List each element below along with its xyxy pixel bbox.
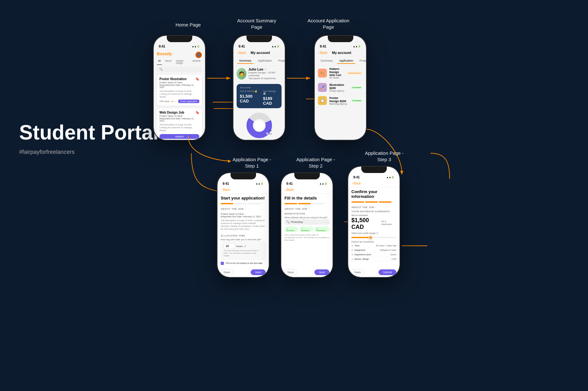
- step3-factors: Factors we considered Time 30 hours + ba…: [351, 241, 396, 261]
- step1-desc: Job Description & scope of work: Looking…: [221, 219, 266, 230]
- step3-notch: [361, 167, 387, 173]
- acc-app-back[interactable]: ‹ Back: [319, 51, 327, 55]
- app-name-2: Illustration $200: [329, 83, 348, 90]
- app-org-3: Marketing Agency: [329, 103, 348, 105]
- step2-time: 9:41: [286, 182, 293, 185]
- svg-text:Earned: Earned: [269, 130, 272, 132]
- step3-save-btn[interactable]: Save: [351, 269, 364, 275]
- step1-content: Start your application! ABOUT THE JOB › …: [217, 194, 269, 277]
- summary-back[interactable]: ‹ Back: [237, 51, 246, 55]
- step1-hours-unit: hours: [236, 245, 243, 248]
- svg-marker-8: [306, 77, 311, 80]
- app-info-3: Poster Design $200 Marketing Agency: [329, 96, 348, 105]
- acc-app-tab-summary[interactable]: Summary: [319, 58, 335, 64]
- label-account-summary: Account SummaryPage: [233, 18, 281, 30]
- profile-section: 🧑 Julie Lee ✓ Graphic Design · OCAD Univ…: [233, 65, 285, 82]
- step2-nav: ‹ Back: [281, 187, 333, 194]
- job2-desc: Job Description & scope of work: Looking…: [159, 123, 199, 132]
- step3-status-icons: ▲▲🔋: [386, 176, 394, 179]
- verified-badge: ✓: [264, 68, 267, 71]
- app-badge-1: Under Review: [346, 71, 363, 75]
- label-account-application: Account ApplicationPage: [303, 18, 354, 30]
- home-brand: Bossify: [157, 51, 172, 56]
- factor-dot-2: [351, 249, 353, 251]
- summary-tabs: Summary Application Project: [233, 57, 285, 65]
- step2-bottom-btns: Save Next: [284, 269, 329, 275]
- step2-sw-question: What software will you be using for the …: [284, 216, 329, 219]
- acc-app-tab-project[interactable]: Project: [358, 58, 366, 64]
- step1-hours-input[interactable]: 30: [224, 243, 235, 249]
- factor-bonus: Bonus: ratings 4.5/5: [351, 257, 396, 261]
- job1-progress-label: 25% done: [159, 100, 170, 102]
- job2-due: Requested Due Date: February 12, 2021: [159, 117, 199, 122]
- app-price-1: $500 CAD: [329, 74, 344, 77]
- bookmark-icon-1[interactable]: 🔖: [195, 77, 199, 81]
- home-avatar: 👤: [195, 52, 202, 58]
- finish-btn[interactable]: Finish application: [178, 100, 199, 103]
- svg-point-3: [254, 121, 264, 130]
- step1-checkbox[interactable]: ✓: [221, 262, 224, 265]
- step3-back[interactable]: ‹ Back: [352, 182, 361, 185]
- summary-nav: ‹ Back My account: [233, 49, 285, 57]
- stats-row: You've earned 💰 $1,500 CAD Your savings …: [240, 90, 278, 106]
- cat-website[interactable]: Website: [191, 59, 202, 65]
- step3-slider[interactable]: [351, 237, 396, 238]
- acc-app-tab-application[interactable]: Application: [337, 58, 355, 64]
- arrow-summary-to-app: [287, 73, 312, 83]
- profile-img: 🧑: [237, 68, 246, 79]
- step3-submit-btn[interactable]: Submit: [379, 269, 396, 275]
- tab-application[interactable]: Application: [256, 58, 274, 64]
- tag-2: ✓ Illustrator: [299, 227, 313, 232]
- slider-thumb[interactable]: [369, 236, 372, 239]
- profile-exp: Two years of experience: [248, 77, 282, 80]
- step1-back[interactable]: ‹ Back: [221, 188, 230, 192]
- app-name-1: Pattern Design: [329, 67, 344, 74]
- tab-summary[interactable]: Summary: [237, 58, 254, 64]
- step1-checkbox-row: ✓ Fill it in for me based on the due dat…: [221, 262, 266, 265]
- arrow-home-to-step1: [179, 134, 242, 172]
- step2-status-icons: ▲▲🔋: [319, 182, 327, 185]
- home-search[interactable]: 🔍: [157, 67, 202, 72]
- step1-next-btn[interactable]: Next: [251, 269, 266, 275]
- step3-dot2: [365, 201, 378, 203]
- step3-time: 9:41: [353, 176, 360, 179]
- cat-saved[interactable]: Saved: [164, 59, 173, 65]
- step1-posted: Posted: Name of Client: [221, 213, 266, 215]
- factor-time-value: 30 hours + base rate: [376, 244, 396, 247]
- bookmark-icon-2[interactable]: 🔖: [195, 111, 199, 115]
- step2-back[interactable]: ‹ Back: [285, 188, 294, 192]
- step1-status-icons: ▲▲🔋: [255, 182, 264, 185]
- phone-account-app: 9:41 ▲▲🔋 ‹ Back My account Summary Appli…: [314, 35, 367, 140]
- summary-status-icons: ▲▲🔋: [271, 45, 280, 48]
- tab-project[interactable]: Project: [276, 58, 285, 64]
- step3-estimate-intro: We've estimated: [351, 214, 396, 216]
- stats-period: This month: [240, 86, 278, 89]
- app-info-1: Pattern Design $500 CAD Art Studio: [329, 67, 344, 79]
- step1-hours-row: 30 hours ✓: [224, 243, 263, 249]
- job2-title: Web Design Job: [159, 111, 184, 114]
- job1-due: Requested Due Date: February 12, 2021: [159, 84, 199, 88]
- home-status-icons: ▲▲🔋: [192, 45, 200, 48]
- step3-estimate-row: $1,500 CAD as a minimum.: [351, 217, 396, 230]
- cat-graphic[interactable]: Graphic Design: [175, 59, 189, 65]
- earned-stat: You've earned 💰 $1,500 CAD: [240, 90, 258, 106]
- pie-chart: Earned Saved: [246, 113, 272, 138]
- phone-step1: 9:41 ▲▲🔋 ‹ Back Start your application! …: [217, 172, 269, 278]
- app-org-1: Art Studio: [329, 77, 344, 79]
- app-icon-3: 📋: [318, 96, 327, 105]
- factor-dot-4: [351, 258, 353, 260]
- acc-app-nav: ‹ Back My account: [315, 49, 366, 57]
- step3-estimate-amount: $1,500 CAD: [351, 217, 380, 230]
- home-categories: All Saved Graphic Design Website: [157, 59, 202, 65]
- step1-due: Requested Due Date: February 12, 2021: [221, 215, 266, 218]
- step2-save-btn[interactable]: Save: [284, 269, 297, 275]
- step2-about-header: ABOUT THE JOB ›: [284, 207, 329, 210]
- step1-save-btn[interactable]: Save: [221, 269, 233, 275]
- cat-all[interactable]: All: [157, 59, 162, 65]
- app-info-2: Illustration $200 Design Agency: [329, 83, 348, 92]
- step2-progress: [284, 203, 329, 204]
- job1-progress-row: 25% done Finish application: [159, 100, 199, 103]
- step1-dot1: [221, 203, 233, 204]
- earned-amount: $1,500 CAD: [240, 94, 258, 103]
- step2-next-btn[interactable]: Next: [314, 269, 329, 275]
